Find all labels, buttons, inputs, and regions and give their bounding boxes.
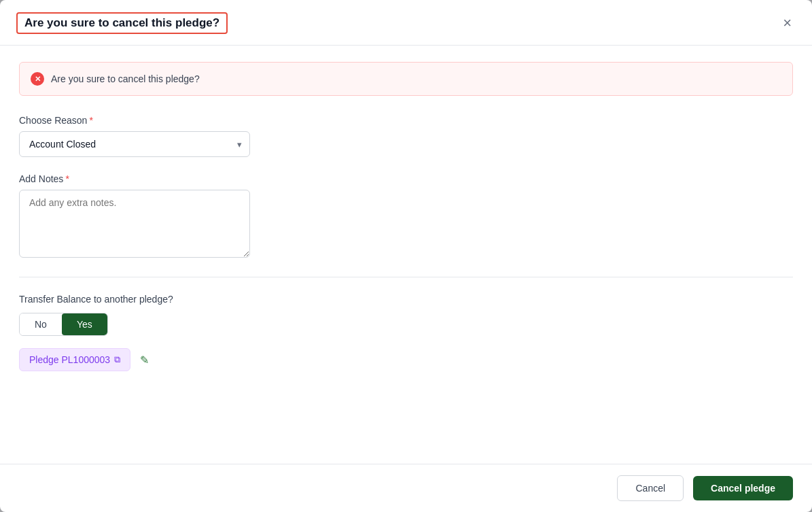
modal-footer: Cancel Cancel pledge <box>0 464 812 512</box>
modal-backdrop: Are you sure to cancel this pledge? × Ar… <box>0 0 812 512</box>
modal-header: Are you sure to cancel this pledge? × <box>0 0 812 46</box>
modal-body: Are you sure to cancel this pledge? Choo… <box>0 46 812 464</box>
notes-field-group: Add Notes * <box>19 173 793 260</box>
modal-title-box: Are you sure to cancel this pledge? <box>16 12 228 34</box>
reason-select[interactable]: Account Closed Donor Request Insufficien… <box>19 131 250 157</box>
pencil-icon: ✎ <box>140 354 149 366</box>
pledge-tag-row: Pledge PL1000003 ⧉ ✎ <box>19 348 793 371</box>
pledge-tag[interactable]: Pledge PL1000003 ⧉ <box>19 348 130 371</box>
external-link-icon: ⧉ <box>114 354 120 365</box>
edit-pledge-button[interactable]: ✎ <box>137 351 152 369</box>
pledge-tag-text: Pledge PL1000003 <box>29 354 110 365</box>
transfer-label: Transfer Balance to another pledge? <box>19 294 793 305</box>
transfer-section: Transfer Balance to another pledge? No Y… <box>19 294 793 371</box>
reason-field-group: Choose Reason * Account Closed Donor Req… <box>19 115 793 157</box>
cancel-pledge-modal: Are you sure to cancel this pledge? × Ar… <box>0 0 812 512</box>
toggle-no-button[interactable]: No <box>20 313 62 335</box>
cancel-button[interactable]: Cancel <box>617 475 684 501</box>
cancel-pledge-button[interactable]: Cancel pledge <box>693 476 793 500</box>
alert-error-icon <box>31 72 44 86</box>
reason-required-star: * <box>89 115 92 126</box>
reason-select-wrapper: Account Closed Donor Request Insufficien… <box>19 131 250 157</box>
section-divider <box>19 277 793 277</box>
reason-label: Choose Reason * <box>19 115 793 126</box>
transfer-toggle-group: No Yes <box>19 313 108 336</box>
alert-text: Are you sure to cancel this pledge? <box>51 73 200 84</box>
notes-textarea[interactable] <box>19 190 250 258</box>
notes-label: Add Notes * <box>19 173 793 184</box>
alert-banner: Are you sure to cancel this pledge? <box>19 62 793 96</box>
toggle-yes-button[interactable]: Yes <box>62 313 107 335</box>
notes-required-star: * <box>65 173 69 184</box>
modal-title: Are you sure to cancel this pledge? <box>24 16 219 29</box>
close-button[interactable]: × <box>779 14 796 32</box>
